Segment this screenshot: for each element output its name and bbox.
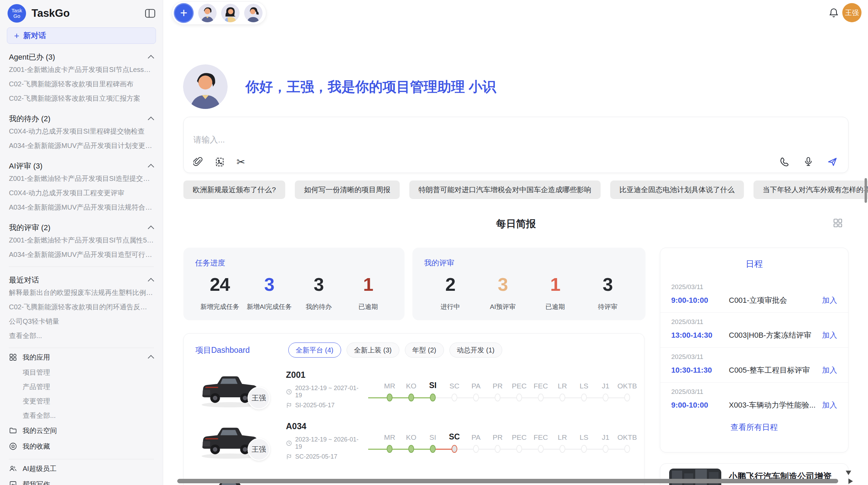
project-owner-badge: 王强: [248, 438, 270, 461]
section-my-review[interactable]: 我的评审 (2): [9, 223, 154, 233]
horizontal-scrollbar-thumb[interactable]: [177, 479, 838, 483]
sidebar-item[interactable]: Z001-全新燃油轻卡产品开发项目SI节点属性5D文件评审: [9, 233, 154, 247]
chevron-up-icon[interactable]: [148, 164, 154, 170]
section-ai-review-items: Z001-全新燃油轻卡产品开发项目SI造型提交物评审C0X4-动力总成开发项目工…: [9, 171, 154, 214]
scroll-down-arrow[interactable]: [846, 471, 851, 475]
microphone-icon[interactable]: [804, 156, 813, 167]
chevron-up-icon[interactable]: [148, 55, 154, 61]
dashboard-tab[interactable]: 全新上装 (3): [347, 343, 399, 358]
sidebar-item[interactable]: Z001-全新燃油皮卡产品开发项目SI节点Lesson Learn报告: [9, 62, 154, 77]
my-review-metrics: 2 进行中 3 AI预评审 1 已逾期 3 待评审: [424, 274, 634, 311]
join-link[interactable]: 加入: [822, 365, 837, 375]
scroll-right-arrow[interactable]: [848, 478, 853, 484]
sidebar-item[interactable]: A034-全新新能源MUV产品开发项目法规符合性评审: [9, 200, 154, 214]
add-session-button[interactable]: +: [174, 3, 194, 23]
logo-row: Task Go TaskGo: [0, 0, 163, 27]
sidebar-item[interactable]: A034-全新新能源MUV产品开发项目造型可行性评审: [9, 247, 154, 262]
dashboard-tab[interactable]: 动总开发 (1): [449, 343, 502, 358]
phone-call-icon[interactable]: [780, 157, 790, 167]
sidebar-item[interactable]: C0X4-动力总成开发项目SI里程碑提交物检查: [9, 124, 154, 138]
app-subitem[interactable]: 变更管理: [9, 394, 154, 408]
join-link[interactable]: 加入: [822, 295, 837, 306]
daily-briefing-title: 每日简报: [496, 217, 536, 231]
sidebar-nav: Agent已办 (3) Z001-全新燃油皮卡产品开发项目SI节点Lesson …: [0, 52, 163, 485]
project-code: Z001: [286, 370, 365, 380]
recent-chat-item[interactable]: C02-飞腾新能源轻客改款项目的闭环通告反馈情况: [9, 300, 154, 314]
chevron-up-icon[interactable]: [148, 116, 154, 123]
screenshot-scissors-icon[interactable]: ✂: [237, 157, 245, 167]
my-apps-label: 我的应用: [23, 353, 50, 362]
attachment-icon[interactable]: [193, 157, 203, 167]
user-avatar[interactable]: 王强: [842, 3, 861, 22]
section-agent-done-items: Z001-全新燃油皮卡产品开发项目SI节点Lesson Learn报告C02-飞…: [9, 62, 154, 105]
sidebar-item[interactable]: C02-飞腾新能源轻客改款项目里程碑画布: [9, 77, 154, 91]
suggestion-chip[interactable]: 特朗普可能对进口汽车增税会对中国车企造成哪些影响: [409, 181, 601, 199]
dashboard-header: 项目Dashboard 全新平台 (4)全新上装 (3)年型 (2)动总开发 (…: [195, 343, 632, 358]
project-row-z001[interactable]: 王强 Z001 2023-12-19 ~ 2027-01-19 SI-2025-…: [195, 364, 632, 415]
milestone: OKTB: [616, 429, 638, 453]
milestone-dot: [408, 445, 414, 453]
metric: 1 已逾期: [343, 274, 393, 311]
section-my-todo[interactable]: 我的待办 (2): [9, 114, 154, 124]
message-composer[interactable]: ✂: [183, 117, 848, 173]
project-row-a034[interactable]: 王强 A034 2023-12-19 ~ 2026-01-19 SC-2025-…: [195, 415, 632, 467]
sidebar-item[interactable]: Z001-全新燃油轻卡产品开发项目SI造型提交物评审: [9, 171, 154, 186]
join-link[interactable]: 加入: [822, 400, 837, 410]
milestone-date-text: SC-2025-05-17: [295, 453, 337, 460]
agent-avatar-3[interactable]: [244, 4, 263, 22]
milestone-dot: [430, 394, 436, 401]
event-time: 9:00-10:00: [671, 401, 729, 410]
suggestion-chip[interactable]: 如何写一份清晰的项目周报: [295, 181, 400, 199]
milestone-label: PA: [471, 378, 480, 390]
metric-label: 新增AI完成任务: [244, 302, 294, 311]
sidebar-item[interactable]: A034-全新新能源MUV产品开发项目计划变更表编写: [9, 138, 154, 153]
apps-grid-icon: [9, 353, 17, 361]
suggestion-chip[interactable]: 当下年轻人对汽车外观有怎样的喜好趋势: [754, 181, 868, 199]
app-subitem[interactable]: 项目管理: [9, 365, 154, 380]
view-all-schedule-link[interactable]: 查看所有日程: [660, 422, 848, 433]
recent-view-all[interactable]: 查看全部...: [9, 328, 154, 343]
app-subitem[interactable]: 查看全部...: [9, 408, 154, 423]
sidebar-item[interactable]: C0X4-动力总成开发项目工程变更评审: [9, 186, 154, 200]
new-chat-button[interactable]: + 新对话: [7, 27, 156, 44]
app-subitem[interactable]: 产品管理: [9, 380, 154, 394]
dashboard-tab[interactable]: 年型 (2): [405, 343, 444, 358]
project-photo-wrap: 王强: [195, 420, 278, 461]
milestone-dot: [387, 394, 393, 401]
notification-bell-icon[interactable]: [829, 8, 839, 20]
section-agent-done[interactable]: Agent已办 (3): [9, 52, 154, 62]
sidebar-item-help-write[interactable]: 帮我写作: [9, 476, 154, 485]
metric: 3 AI预评审: [477, 274, 529, 311]
dashboard-tab[interactable]: 全新平台 (4): [288, 343, 341, 358]
suggestion-chip[interactable]: 比亚迪全固态电池计划具体说了什么: [610, 181, 744, 199]
sidebar-item-cloud-space[interactable]: 我的云空间: [9, 423, 154, 438]
chevron-up-icon[interactable]: [148, 355, 154, 361]
recent-chat-item[interactable]: 解释最新出台的欧盟报废车法规再生塑料比例被调至15%...: [9, 285, 154, 300]
section-ai-review[interactable]: AI评审 (3): [9, 161, 154, 171]
sidebar-item-my-apps[interactable]: 我的应用: [9, 349, 154, 365]
suggestion-chip[interactable]: 欧洲新规最近颁布了什么?: [183, 181, 285, 199]
send-icon[interactable]: [827, 157, 838, 167]
metric: 3 待评审: [581, 274, 634, 311]
metric-value: 24: [195, 274, 244, 295]
section-my-review-items: Z001-全新燃油轻卡产品开发项目SI节点属性5D文件评审A034-全新新能源M…: [9, 233, 154, 262]
vertical-scrollbar-thumb[interactable]: [865, 178, 867, 203]
agent-avatar-2[interactable]: [221, 4, 240, 22]
section-recent-chats[interactable]: 最近对话: [9, 275, 154, 285]
recent-chat-item[interactable]: 公司Q3轻卡销量: [9, 314, 154, 328]
chevron-up-icon[interactable]: [148, 278, 154, 284]
chevron-up-icon[interactable]: [148, 225, 154, 232]
milestone-label: PR: [493, 378, 503, 390]
image-upload-icon[interactable]: [215, 157, 225, 167]
sidebar-item-favorites[interactable]: 我的收藏: [9, 438, 154, 454]
sidebar-collapse-icon[interactable]: [145, 9, 155, 18]
agent-avatar-1[interactable]: [198, 4, 217, 22]
sidebar-item-ai-staff[interactable]: AI超级员工: [9, 461, 154, 476]
milestone-label: KO: [406, 429, 416, 442]
sidebar-item[interactable]: C02-飞腾新能源轻客改款项目立项汇报方案: [9, 91, 154, 105]
milestone-dot: [603, 445, 608, 453]
metric: 3 新增AI完成任务: [244, 274, 294, 311]
join-link[interactable]: 加入: [822, 330, 837, 340]
message-input[interactable]: [193, 135, 742, 145]
layout-grid-icon[interactable]: [833, 218, 843, 229]
